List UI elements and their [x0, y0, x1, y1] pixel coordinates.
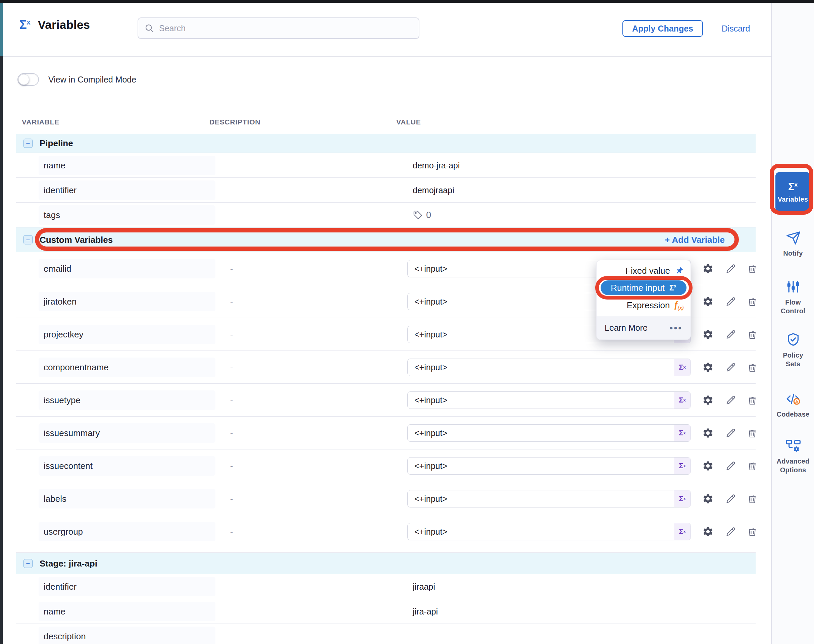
variable-description: -: [230, 395, 233, 405]
value-input-text: <+input>: [415, 494, 447, 503]
variable-value: demojraapi: [413, 185, 454, 195]
section-row-stage-jira-api: −Stage: jira-api: [16, 552, 756, 574]
send-icon: [785, 229, 802, 246]
variable-edit-button[interactable]: [724, 360, 738, 374]
section-row-pipeline: −Pipeline: [16, 134, 756, 153]
variables-table: VARIABLE DESCRIPTION VALUE −Pipelinename…: [16, 111, 756, 644]
variable-edit-button[interactable]: [724, 294, 738, 308]
pencil-icon: [725, 493, 737, 504]
variable-name: tags: [44, 210, 60, 220]
gear-icon: [702, 493, 714, 504]
variable-settings-button[interactable]: [701, 393, 715, 407]
variable-delete-button[interactable]: [745, 459, 759, 473]
search-input[interactable]: [138, 17, 419, 39]
variable-edit-button[interactable]: [724, 459, 738, 473]
variable-description: -: [230, 527, 233, 536]
variable-settings-button[interactable]: [701, 492, 715, 506]
runtime-input-type-button[interactable]: Σx: [674, 523, 691, 540]
variable-delete-button[interactable]: [745, 524, 759, 539]
variable-description: -: [230, 330, 233, 339]
variable-settings-button[interactable]: [701, 327, 715, 342]
compiled-mode-toggle[interactable]: [17, 73, 39, 86]
table-row-issuetype: issuetype-<+input>Σx: [16, 383, 756, 416]
runtime-input-type-button[interactable]: Σx: [674, 425, 691, 442]
variable-delete-button[interactable]: [745, 294, 759, 308]
value-input[interactable]: <+input>Σx: [407, 457, 691, 475]
variable-edit-button[interactable]: [724, 327, 738, 342]
runtime-input-type-button[interactable]: Σx: [674, 392, 691, 409]
menu-item-runtime-input[interactable]: Runtime inputΣx: [597, 278, 691, 297]
tag-icon: [413, 210, 423, 220]
variable-delete-button[interactable]: [745, 360, 759, 374]
variable-edit-button[interactable]: [724, 262, 738, 276]
variable-delete-button[interactable]: [745, 262, 759, 276]
discard-button[interactable]: Discard: [716, 20, 756, 37]
toggle-knob: [18, 74, 29, 85]
panel-header: Σx Variables Apply Changes Discard: [3, 3, 771, 57]
trash-icon: [746, 329, 758, 340]
value-input[interactable]: <+input>Σx: [407, 490, 691, 508]
shield-check-icon: [785, 331, 802, 348]
variable-settings-button[interactable]: [701, 524, 715, 539]
runtime-input-type-button[interactable]: Σx: [674, 359, 691, 376]
variable-description: -: [230, 362, 233, 372]
variable-value: 0: [413, 210, 431, 220]
trash-icon: [746, 362, 758, 373]
sigma-icon: Σx: [20, 18, 31, 32]
variable-edit-button[interactable]: [724, 426, 738, 440]
table-row-componentname: componentname-<+input>Σx: [16, 351, 756, 383]
collapse-minus-icon[interactable]: −: [23, 139, 32, 148]
gear-icon: [702, 263, 714, 274]
value-input[interactable]: <+input>Σx: [407, 359, 691, 376]
sidebar-tab-flow-control[interactable]: FlowControl: [772, 278, 814, 315]
collapse-minus-icon[interactable]: −: [23, 559, 32, 568]
gear-icon: [702, 460, 714, 472]
learn-more-button[interactable]: Learn More•••: [597, 316, 691, 339]
gear-icon: [702, 329, 714, 340]
sidebar-tab-advanced-options[interactable]: AdvancedOptions: [772, 437, 814, 474]
variable-name: issuesummary: [44, 428, 100, 438]
pencil-icon: [725, 263, 737, 274]
value-input[interactable]: <+input>Σx: [407, 424, 691, 442]
value-input-text: <+input>: [415, 296, 447, 306]
menu-item-expression[interactable]: Expressionf(x): [597, 297, 691, 313]
variable-name: name: [44, 160, 65, 170]
value-input[interactable]: <+input>Σx: [407, 391, 691, 409]
sidebar-tab-variables-active[interactable]: ΣxVariables: [776, 172, 810, 212]
fx-icon: f(x): [674, 299, 684, 311]
variable-delete-button[interactable]: [745, 426, 759, 440]
variable-settings-button[interactable]: [701, 459, 715, 473]
flowchart-gear-icon: [785, 437, 802, 454]
sidebar-tab-notify[interactable]: Notify: [772, 229, 814, 258]
menu-item-fixed-value[interactable]: Fixed value: [597, 263, 691, 278]
section-title: Pipeline: [40, 138, 73, 149]
value-input[interactable]: <+input>Σx: [407, 523, 691, 540]
sidebar-tab-codebase[interactable]: Codebase: [772, 390, 814, 419]
section-title: Custom Variables: [40, 235, 113, 245]
variable-settings-button[interactable]: [701, 360, 715, 374]
runtime-input-selected-pill[interactable]: Runtime inputΣx: [601, 281, 687, 295]
sidebar-tab-policy-sets[interactable]: PolicySets: [772, 331, 814, 368]
trash-icon: [746, 296, 758, 307]
variable-delete-button[interactable]: [745, 393, 759, 407]
variable-delete-button[interactable]: [745, 327, 759, 342]
runtime-input-type-button[interactable]: Σx: [674, 491, 691, 507]
variable-settings-button[interactable]: [701, 294, 715, 308]
variable-value: demo-jra-api: [413, 160, 460, 170]
pencil-icon: [725, 296, 737, 307]
variable-edit-button[interactable]: [724, 393, 738, 407]
variable-edit-button[interactable]: [724, 524, 738, 539]
add-variable-button[interactable]: + Add Variable: [665, 235, 725, 245]
search-field[interactable]: [159, 23, 394, 33]
variable-settings-button[interactable]: [701, 426, 715, 440]
collapse-minus-icon[interactable]: −: [23, 235, 32, 244]
value-input-text: <+input>: [415, 527, 447, 536]
apply-changes-button[interactable]: Apply Changes: [622, 20, 703, 37]
variable-edit-button[interactable]: [724, 492, 738, 506]
runtime-input-type-button[interactable]: Σx: [674, 457, 691, 474]
variable-delete-button[interactable]: [745, 492, 759, 506]
variable-name: emailid: [44, 263, 71, 274]
table-row-usergroup: usergroup-<+input>Σx: [16, 515, 756, 548]
variable-settings-button[interactable]: [701, 262, 715, 276]
variables-panel: Σx Variables Apply Changes Discard View …: [0, 0, 814, 644]
